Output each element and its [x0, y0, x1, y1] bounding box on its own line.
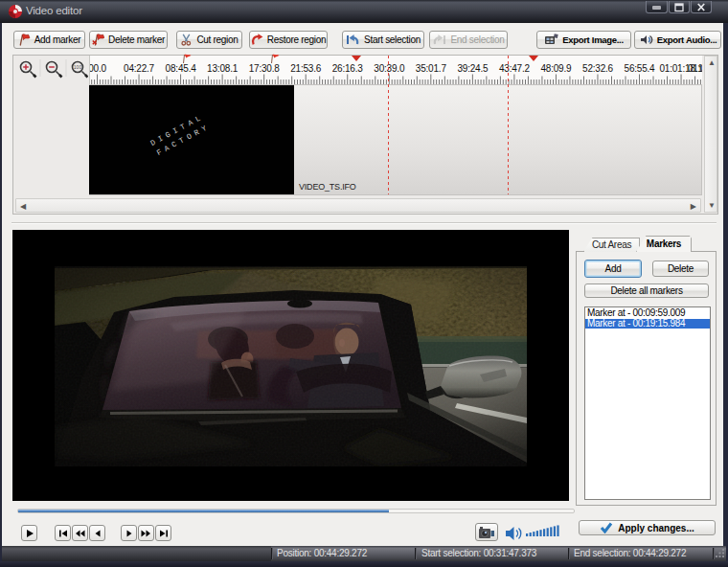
svg-text:100: 100	[74, 64, 82, 70]
